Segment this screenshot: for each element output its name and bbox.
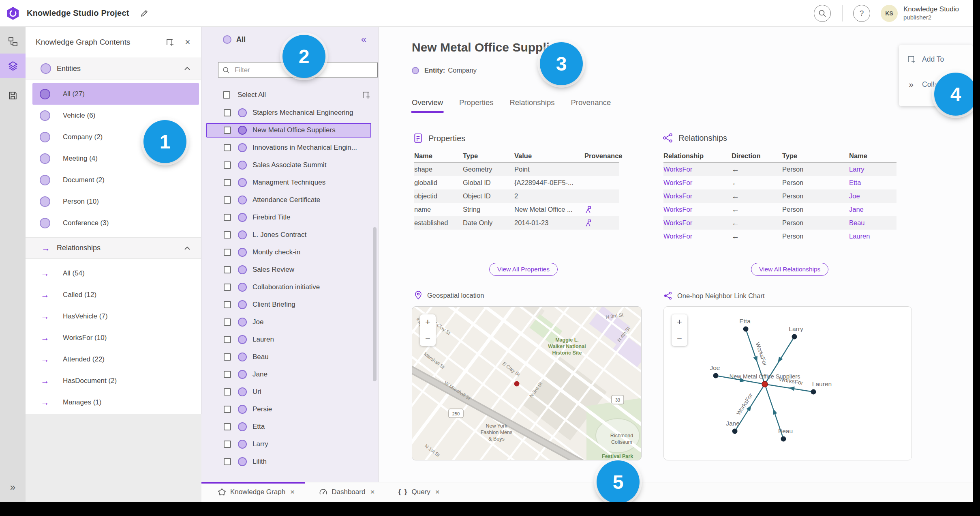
related-name-link[interactable]: Beau [849,216,897,230]
item-checkbox[interactable] [224,406,231,413]
relationship-type-item[interactable]: → Manages (1) [32,391,199,413]
relationship-type-item[interactable]: → Called (12) [32,284,199,305]
geospatial-map[interactable]: k Rd W Clay St Marshall St W Marshall St… [412,306,642,460]
tab-query[interactable]: { } Query × [398,488,439,497]
edit-title-button[interactable] [138,7,150,19]
list-scrollbar[interactable] [373,227,377,381]
relationship-link[interactable]: WorksFor [663,189,732,203]
zoom-in-button[interactable]: + [420,314,436,330]
entity-list-item[interactable]: Attendance Certificate [206,193,371,207]
relationship-type-item[interactable]: → WorksFor (10) [32,327,199,348]
entity-list-item[interactable]: Client Briefing [206,297,371,312]
relationship-link[interactable]: WorksFor [663,176,732,189]
item-checkbox[interactable] [224,318,231,326]
relationship-link[interactable]: WorksFor [663,216,732,230]
related-name-link[interactable]: Larry [849,163,897,176]
tab-dashboard[interactable]: Dashboard × [318,488,374,497]
related-name-link[interactable]: Jane [849,203,897,216]
rail-item-save[interactable] [0,84,26,107]
item-checkbox[interactable] [224,109,231,116]
relationships-group-header[interactable]: → Relationships [26,237,201,259]
graph-node[interactable] [811,389,816,395]
rail-item-layers[interactable] [0,54,26,78]
zoom-out-button[interactable]: − [672,330,687,346]
entity-list-item[interactable]: Joe [206,315,371,329]
view-all-relationships-button[interactable]: View All Relationships [751,263,828,276]
item-checkbox[interactable] [224,301,231,308]
entity-list-item[interactable]: Staplers Mechanical Engineering [206,105,371,120]
item-checkbox[interactable] [224,441,231,448]
item-checkbox[interactable] [224,266,231,273]
provenance-flag-icon[interactable] [584,206,592,214]
add-to-menu-item[interactable]: Add To [899,50,973,68]
close-tab-icon[interactable]: × [435,488,440,497]
entity-type-item[interactable]: Document (2) [32,169,199,191]
item-checkbox[interactable] [224,127,231,134]
entity-type-item[interactable]: Conference (3) [32,212,199,234]
item-checkbox[interactable] [224,214,231,221]
provenance-flag-icon[interactable] [584,219,592,227]
entity-list-item[interactable]: L. Jones Contract [206,228,371,242]
tab-properties[interactable]: Properties [459,98,493,113]
related-name-link[interactable]: Joe [849,189,897,203]
entities-group-header[interactable]: Entities [26,58,201,80]
collapse-panel-button[interactable]: « [361,34,366,45]
account-info[interactable]: Knowledge Studio publisher2 [903,5,959,21]
entity-list-item[interactable]: Lauren [206,332,371,347]
select-all-checkbox[interactable] [223,91,230,99]
view-all-properties-button[interactable]: View All Properties [489,263,558,276]
item-checkbox[interactable] [224,144,231,151]
tab-overview[interactable]: Overview [412,98,443,113]
entity-list-item[interactable]: Etta [206,419,371,434]
item-checkbox[interactable] [224,196,231,204]
item-checkbox[interactable] [224,249,231,256]
entity-list-item[interactable]: Managment Techniques [206,175,371,190]
entity-list-item[interactable]: Lilith [206,454,371,469]
relationship-link[interactable]: WorksFor [663,230,732,243]
entity-list-item[interactable]: Persie [206,402,371,417]
item-checkbox[interactable] [224,231,231,239]
entity-type-item[interactable]: Person (10) [32,191,199,212]
tab-provenance[interactable]: Provenance [571,98,611,113]
entity-list-item[interactable]: Sales Associate Summit [206,158,371,172]
add-to-new-button[interactable] [164,36,176,48]
item-checkbox[interactable] [224,161,231,169]
rail-item-project[interactable] [0,30,26,54]
tab-relationships[interactable]: Relationships [509,98,554,113]
entity-list-item[interactable]: Jane [206,367,371,382]
help-button[interactable]: ? [853,5,870,22]
relationship-type-item[interactable]: → HasVehicle (7) [32,305,199,327]
close-tab-icon[interactable]: × [290,488,295,497]
add-box-icon[interactable] [361,90,371,100]
item-checkbox[interactable] [224,179,231,186]
related-name-link[interactable]: Lauren [849,230,897,243]
item-checkbox[interactable] [224,353,231,361]
center-graph-node[interactable] [762,381,768,387]
close-panel-button[interactable]: × [182,36,194,48]
entity-list-item[interactable]: Montly check-in [206,245,371,260]
item-checkbox[interactable] [224,284,231,291]
graph-node[interactable] [781,436,786,442]
avatar[interactable]: KS [881,5,898,22]
entity-type-item[interactable]: All (27) [32,83,199,105]
entity-list-item[interactable]: Uri [206,385,371,399]
related-name-link[interactable]: Etta [849,176,897,189]
search-button[interactable] [814,5,831,22]
relationship-link[interactable]: WorksFor [663,203,732,216]
entity-list-item[interactable]: Larry [206,437,371,452]
entity-list-item[interactable]: Innovations in Mechanical Engin... [206,140,371,155]
relationship-type-item[interactable]: → HasDocument (2) [32,370,199,391]
relationship-type-item[interactable]: → All (54) [32,262,199,284]
tab-knowledge-graph[interactable]: Knowledge Graph × [217,488,295,497]
entity-list-item[interactable]: Beau [206,350,371,364]
close-tab-icon[interactable]: × [370,488,374,497]
relationship-type-item[interactable]: → Attended (22) [32,348,199,370]
graph-node[interactable] [743,327,749,332]
graph-node[interactable] [713,373,719,378]
item-checkbox[interactable] [224,336,231,343]
rail-expand-button[interactable]: » [0,482,26,493]
zoom-in-button[interactable]: + [672,314,687,330]
entity-list-item[interactable]: Sales Review [206,262,371,277]
item-checkbox[interactable] [224,458,231,465]
entity-list-item[interactable]: New Metal Office Suppliers [206,123,371,138]
